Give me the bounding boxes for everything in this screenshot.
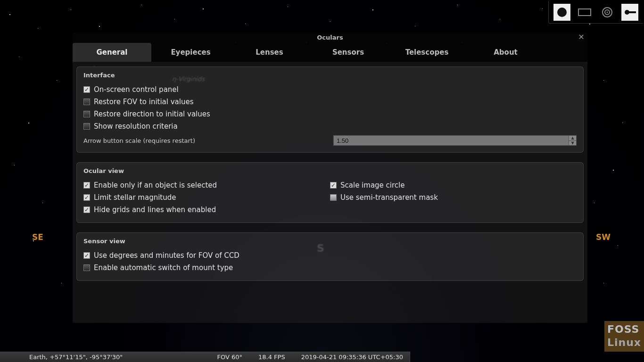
cb-auto-mount[interactable] [83, 264, 90, 271]
oculars-dialog: Oculars ✕ General Eyepieces Lenses Senso… [73, 33, 587, 323]
lbl-show-resolution: Show resolution criteria [94, 122, 178, 131]
cb-hide-grids[interactable] [83, 206, 90, 213]
lbl-restore-fov: Restore FOV to initial values [94, 98, 194, 106]
tab-general[interactable]: General [73, 43, 151, 62]
tab-lenses[interactable]: Lenses [230, 43, 309, 62]
cb-enable-if-selected[interactable] [83, 182, 90, 189]
cb-semi-transparent[interactable] [330, 194, 337, 201]
tab-eyepieces[interactable]: Eyepieces [151, 43, 230, 62]
status-location: Earth, +57°11'15", -95°37'30" [29, 354, 123, 361]
dialog-body: Interface On-screen control panel Restor… [73, 62, 587, 323]
svg-point-0 [557, 8, 567, 17]
tab-about[interactable]: About [466, 43, 545, 62]
lbl-ccd-degrees: Use degrees and minutes for FOV of CCD [94, 251, 239, 260]
group-ocular: Ocular view Enable only if an object is … [76, 162, 584, 223]
compass-se: SE [32, 232, 43, 242]
lbl-restore-direction: Restore direction to initial values [94, 110, 210, 118]
lbl-semi-transparent: Use semi-transparent mask [340, 193, 438, 202]
tab-telescopes[interactable]: Telescopes [388, 43, 466, 62]
status-fov: FOV 60° [217, 354, 242, 361]
cb-show-resolution[interactable] [83, 123, 90, 130]
target-icon[interactable] [599, 4, 616, 21]
cb-onscreen-panel[interactable] [83, 86, 90, 93]
arrow-scale-spinner[interactable]: ▲ ▼ [333, 135, 577, 146]
status-datetime: 2019-04-21 09:35:36 UTC+05:30 [301, 354, 403, 361]
close-icon[interactable]: ✕ [577, 33, 586, 42]
settings-icon[interactable] [621, 4, 638, 21]
compass-sw: SW [596, 232, 611, 242]
spinner-up-icon[interactable]: ▲ [569, 136, 576, 141]
svg-point-4 [607, 11, 608, 13]
group-interface: Interface On-screen control panel Restor… [76, 66, 584, 153]
watermark-line2: Linux [607, 336, 641, 350]
group-interface-title: Interface [83, 72, 577, 79]
group-sensor-title: Sensor view [83, 238, 577, 245]
lbl-limit-mag: Limit stellar magnitude [94, 193, 176, 202]
arrow-scale-label: Arrow button scale (requires restart) [83, 137, 195, 144]
lbl-onscreen-panel: On-screen control panel [94, 85, 179, 94]
dialog-titlebar[interactable]: Oculars ✕ [73, 33, 587, 43]
cb-scale-circle[interactable] [330, 182, 337, 189]
cb-limit-mag[interactable] [83, 194, 90, 201]
status-bar: Earth, +57°11'15", -95°37'30" FOV 60° 18… [0, 352, 410, 362]
svg-rect-1 [578, 9, 591, 16]
group-ocular-title: Ocular view [83, 167, 577, 174]
lbl-auto-mount: Enable automatic switch of mount type [94, 263, 233, 272]
dialog-title: Oculars [317, 34, 343, 41]
watermark: FOSS Linux [604, 321, 644, 352]
group-sensor: Sensor view Use degrees and minutes for … [76, 232, 584, 281]
rectangle-icon[interactable] [576, 4, 593, 21]
cb-restore-direction[interactable] [83, 111, 90, 117]
circle-icon[interactable] [553, 4, 570, 21]
lbl-hide-grids: Hide grids and lines when enabled [94, 206, 216, 214]
tab-sensors[interactable]: Sensors [309, 43, 388, 62]
dialog-tabs: General Eyepieces Lenses Sensors Telesco… [73, 43, 587, 62]
cb-restore-fov[interactable] [83, 99, 90, 105]
lbl-enable-if-selected: Enable only if an object is selected [94, 181, 217, 189]
lbl-scale-circle: Scale image circle [340, 181, 405, 189]
arrow-scale-input[interactable] [334, 136, 569, 145]
svg-rect-6 [628, 11, 636, 13]
cb-ccd-degrees[interactable] [83, 252, 90, 259]
oculars-toolbar [548, 1, 643, 24]
spinner-down-icon[interactable]: ▼ [569, 141, 576, 146]
status-fps: 18.4 FPS [258, 354, 285, 361]
watermark-line1: FOSS [607, 323, 641, 337]
